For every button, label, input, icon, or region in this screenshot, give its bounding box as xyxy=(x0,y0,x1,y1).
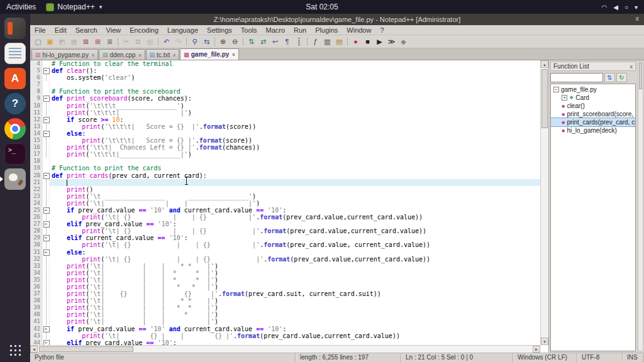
code-line[interactable]: 34 print('\t| | | * * |') xyxy=(30,270,540,277)
paste-icon[interactable]: ▥ xyxy=(145,36,155,47)
indent-guide-icon[interactable]: ┋ xyxy=(294,36,304,47)
record-macro-icon[interactable]: ● xyxy=(350,36,361,47)
zoom-in-icon[interactable]: ⊕ xyxy=(218,36,228,47)
code-line[interactable]: 33 print('\t| | | * * |') xyxy=(30,263,540,270)
vertical-scrollbar[interactable]: ▲ ▼ xyxy=(540,60,548,345)
close-tab-icon[interactable]: x xyxy=(232,52,235,57)
function-list-item[interactable]: ◆print_scoreboard(score, chan xyxy=(551,110,635,118)
show-all-characters-icon[interactable]: ¶ xyxy=(282,36,292,47)
code-line[interactable]: 26 print('\t| {} | | {} |'.format(prev_c… xyxy=(30,214,540,221)
code-line[interactable]: 12 if score >= 10: xyxy=(30,116,540,123)
copy-icon[interactable]: ⧉ xyxy=(133,36,143,47)
clock[interactable]: Sat 02:05 xyxy=(306,3,338,11)
scroll-left-arrow-icon[interactable]: ◄ xyxy=(30,346,38,353)
scroll-right-arrow-icon[interactable]: ► xyxy=(533,346,540,353)
chevron-down-icon[interactable]: ▾ xyxy=(635,4,638,11)
tab-hi-lo_pygame.py[interactable]: ▤hi-lo_pygame.pyx xyxy=(31,49,98,60)
power-icon[interactable]: ○ xyxy=(625,4,628,11)
close-tab-icon[interactable]: x xyxy=(92,52,94,58)
undo-icon[interactable]: ↶ xyxy=(161,36,172,47)
folder-as-workspace-icon[interactable]: ▤ xyxy=(334,36,345,47)
close-function-list-icon[interactable]: x xyxy=(630,63,633,70)
fold-margin[interactable] xyxy=(43,130,50,137)
code-line[interactable]: 11 print('\t\t\t| |') xyxy=(30,109,540,116)
open-file-icon[interactable]: ▣ xyxy=(45,36,55,47)
close-window-button[interactable]: x xyxy=(636,14,640,22)
code-line[interactable]: 23 print('\t ________________ __________… xyxy=(30,193,540,200)
code-line[interactable]: 44 elif prev_card.value == '10': xyxy=(30,339,540,345)
function-list-item[interactable]: −game_file.py xyxy=(551,85,635,94)
save-macro-icon[interactable]: ◆ xyxy=(398,36,409,47)
stop-macro-icon[interactable]: ■ xyxy=(362,36,373,47)
reload-icon[interactable]: ↻ xyxy=(616,73,627,82)
code-line[interactable]: 28 print('\t| {} | | {} |'.format(prev_c… xyxy=(30,228,540,234)
code-line[interactable]: 41 print('\t| | | |') xyxy=(30,318,540,325)
code-line[interactable]: 17 print('\t\t\t|________________|') xyxy=(30,151,540,158)
code-line[interactable]: 25 if prev_card.value == '10' and curren… xyxy=(30,207,540,214)
fold-margin[interactable] xyxy=(43,95,50,102)
fold-margin[interactable] xyxy=(43,221,50,228)
expander-minus-icon[interactable]: − xyxy=(553,87,559,92)
sync-vertical-icon[interactable]: ⇅ xyxy=(246,36,257,47)
status-insert-mode[interactable]: INS xyxy=(623,353,644,362)
show-apps-icon[interactable] xyxy=(9,344,21,356)
code-line[interactable]: 15 print('\t\t\t| Score = {} |'.format(s… xyxy=(30,137,540,144)
code-line[interactable]: 5def clear(): xyxy=(30,67,540,74)
scroll-up-arrow-icon[interactable]: ▲ xyxy=(541,60,548,68)
code-line[interactable]: 43 print('\t| {} | | {} |'.format(prev_c… xyxy=(30,332,540,339)
menu-help[interactable]: ? xyxy=(375,26,388,35)
code-line[interactable]: 18 xyxy=(30,158,540,165)
fold-margin[interactable] xyxy=(43,326,50,332)
function-list-item[interactable]: ◆clear() xyxy=(551,102,635,110)
wifi-icon[interactable]: ◠ xyxy=(601,4,607,11)
menu-view[interactable]: View xyxy=(102,26,126,35)
sort-alphabetical-icon[interactable]: ⇅ xyxy=(604,73,615,82)
close-tab-icon[interactable]: x xyxy=(173,52,175,58)
fold-margin[interactable] xyxy=(43,234,50,241)
close-tab-icon[interactable]: x xyxy=(139,52,142,58)
function-search-input[interactable] xyxy=(550,73,603,82)
help-icon[interactable] xyxy=(4,93,26,114)
document-map-icon[interactable]: ▥ xyxy=(322,36,333,47)
code-line[interactable]: 21 xyxy=(30,179,540,186)
word-wrap-icon[interactable]: ↩ xyxy=(270,36,280,47)
menu-plugins[interactable]: Plugins xyxy=(311,26,342,35)
system-tray[interactable]: ◠◀○▾ xyxy=(601,4,638,11)
code-line[interactable]: 10 print('\t\t\t________________') xyxy=(30,102,540,109)
zoom-out-icon[interactable]: ⊖ xyxy=(230,36,240,47)
play-macro-icon[interactable]: ▶ xyxy=(374,36,385,47)
horizontal-scrollbar[interactable]: ◄ ► xyxy=(30,345,540,353)
code-line[interactable]: 42 if prev_card.value == '10' and curren… xyxy=(30,326,540,332)
fold-margin[interactable] xyxy=(43,339,50,345)
code-line[interactable]: 6 os.system('clear') xyxy=(30,74,540,81)
fold-margin[interactable] xyxy=(43,172,50,179)
code-line[interactable]: 32 print('\t| {} | | {} |'.format(prev_c… xyxy=(30,256,540,263)
tab-tc.txt[interactable]: ▤tc.txtx xyxy=(146,49,180,60)
code-line[interactable]: 40 print('\t| | | * |') xyxy=(30,311,540,318)
menu-window[interactable]: Window xyxy=(342,26,375,35)
save-all-icon[interactable]: ▦ xyxy=(69,36,79,47)
menu-edit[interactable]: Edit xyxy=(50,26,71,35)
code-line[interactable]: 14 else: xyxy=(30,130,540,137)
activities-button[interactable]: Activities xyxy=(6,3,36,11)
software-center-icon[interactable] xyxy=(4,68,26,89)
title-bar[interactable]: Z:\home\aprataksh\Desktop\journaldev\gam… xyxy=(30,14,644,25)
function-list-item[interactable]: ◆print_cards(prev_card, curren xyxy=(551,118,635,126)
find-icon[interactable]: ⚲ xyxy=(189,36,200,47)
code-line[interactable]: 16 print('\t\t| Chances Left = {} |'.for… xyxy=(30,144,540,151)
code-line[interactable]: 27 elif prev_card.value == '10': xyxy=(30,221,540,228)
code-line[interactable]: 22 print() xyxy=(30,186,540,193)
function-list-item[interactable]: +❖Card xyxy=(551,94,635,102)
menu-file[interactable]: File xyxy=(30,26,50,35)
code-line[interactable]: 13 print('\t\t\t| Score = {} |'.format(s… xyxy=(30,123,540,130)
menu-settings[interactable]: Settings xyxy=(203,26,236,35)
code-line[interactable]: 19# Function to print the cards xyxy=(30,165,540,172)
code-line[interactable]: 39 print('\t| | | * * |') xyxy=(30,304,540,311)
print-icon[interactable]: ≣ xyxy=(104,36,115,47)
fold-margin[interactable] xyxy=(43,116,50,123)
close-file-icon[interactable]: ⊠ xyxy=(80,36,91,47)
tab-dden.cpp[interactable]: ▤dden.cppx xyxy=(99,49,145,60)
sync-horizontal-icon[interactable]: ⇄ xyxy=(258,36,269,47)
menu-encoding[interactable]: Encoding xyxy=(125,26,163,35)
code-line[interactable]: 35 print('\t| | | * * |') xyxy=(30,277,540,283)
